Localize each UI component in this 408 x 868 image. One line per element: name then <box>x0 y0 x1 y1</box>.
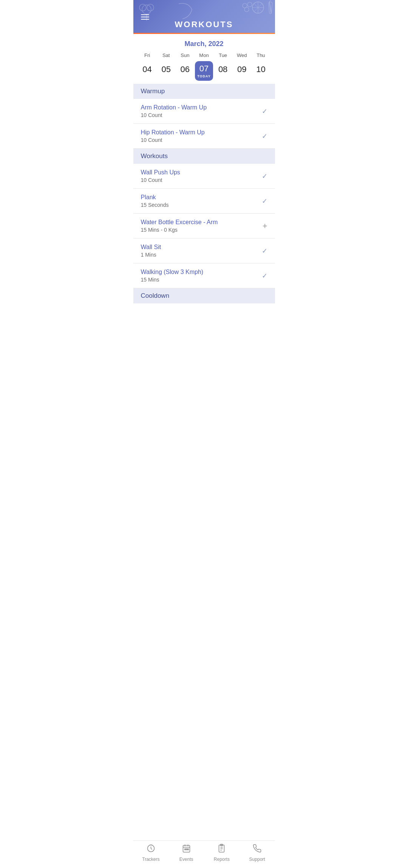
calendar-day-tue[interactable]: Tue 08 <box>213 52 232 78</box>
menu-button[interactable] <box>141 13 149 21</box>
nav-events-label: Events <box>179 857 193 862</box>
exercise-arm-rotation[interactable]: Arm Rotation - Warm Up 10 Count ✓ <box>133 99 275 124</box>
nav-support-label: Support <box>249 857 265 862</box>
nav-events[interactable]: Events <box>168 844 204 862</box>
section-header-workouts: Workouts <box>133 149 275 164</box>
app-header: WORKOUTS <box>133 0 275 34</box>
check-icon-hip-rotation: ✓ <box>262 132 267 140</box>
exercise-wall-push-ups[interactable]: Wall Push Ups 10 Count ✓ <box>133 164 275 189</box>
check-icon-arm-rotation: ✓ <box>262 107 267 115</box>
nav-reports[interactable]: Reports <box>204 844 240 862</box>
exercise-detail-plank: 15 Seconds <box>141 202 256 208</box>
day-name-tue: Tue <box>219 52 227 58</box>
exercise-info-wall-sit: Wall Sit 1 Mins <box>141 244 256 258</box>
page-title: WORKOUTS <box>175 15 233 34</box>
exercise-detail-wall-sit: 1 Mins <box>141 252 256 258</box>
day-name-wed: Wed <box>237 52 247 58</box>
section-header-cooldown: Cooldown <box>133 288 275 303</box>
svg-point-2 <box>147 4 154 11</box>
day-name-thu: Thu <box>257 52 265 58</box>
main-content: March, 2022 Fri 04 Sat 05 Sun 06 Mon 07 … <box>133 34 275 330</box>
day-number-sun: 06 <box>177 61 193 78</box>
plus-icon-water-bottle[interactable]: + <box>263 221 267 231</box>
calendar-day-mon-today[interactable]: Mon 07 TODAY <box>195 52 213 81</box>
svg-rect-17 <box>184 849 185 850</box>
day-number-thu: 10 <box>252 61 269 78</box>
exercise-info-walking: Walking (Slow 3 Kmph) 15 Mins <box>141 269 256 283</box>
clipboard-icon <box>217 844 226 855</box>
calendar-day-fri[interactable]: Fri 04 <box>138 52 157 78</box>
exercise-info-plank: Plank 15 Seconds <box>141 194 256 208</box>
svg-rect-19 <box>187 849 189 850</box>
exercise-detail-hip-rotation: 10 Count <box>141 137 256 143</box>
check-icon-walking: ✓ <box>262 272 267 280</box>
exercise-name-hip-rotation: Hip Rotation - Warm Up <box>141 129 256 136</box>
day-number-wed: 09 <box>233 61 250 78</box>
day-name-sun: Sun <box>181 52 189 58</box>
nav-support[interactable]: Support <box>240 844 275 862</box>
bottom-navigation: Trackers Events Report <box>133 840 275 868</box>
exercise-water-bottle[interactable]: Water Bottle Excercise - Arm 15 Mins - 0… <box>133 214 275 239</box>
calendar-day-thu[interactable]: Thu 10 <box>251 52 270 78</box>
day-number-sat: 05 <box>158 61 175 78</box>
exercise-detail-water-bottle: 15 Mins - 0 Kgs <box>141 227 257 233</box>
day-number-mon-today: 07 TODAY <box>195 61 213 81</box>
calendar-section: March, 2022 Fri 04 Sat 05 Sun 06 Mon 07 … <box>133 34 275 84</box>
today-label: TODAY <box>197 74 211 78</box>
exercise-info-hip-rotation: Hip Rotation - Warm Up 10 Count <box>141 129 256 143</box>
exercise-name-wall-sit: Wall Sit <box>141 244 256 251</box>
exercise-name-wall-push-ups: Wall Push Ups <box>141 169 256 176</box>
check-icon-plank: ✓ <box>262 197 267 205</box>
exercise-detail-walking: 15 Mins <box>141 277 256 283</box>
svg-point-1 <box>139 4 146 11</box>
calendar-day-sat[interactable]: Sat 05 <box>157 52 176 78</box>
calendar-icon <box>182 844 191 855</box>
exercise-info-wall-push-ups: Wall Push Ups 10 Count <box>141 169 256 183</box>
exercise-detail-wall-push-ups: 10 Count <box>141 177 256 183</box>
clock-icon <box>146 844 155 855</box>
svg-point-10 <box>247 2 252 7</box>
day-name-fri: Fri <box>144 52 150 58</box>
exercise-hip-rotation[interactable]: Hip Rotation - Warm Up 10 Count ✓ <box>133 124 275 149</box>
nav-trackers[interactable]: Trackers <box>133 844 169 862</box>
exercise-detail-arm-rotation: 10 Count <box>141 112 256 118</box>
svg-rect-18 <box>186 849 187 850</box>
exercise-name-arm-rotation: Arm Rotation - Warm Up <box>141 104 256 111</box>
exercise-name-walking: Walking (Slow 3 Kmph) <box>141 269 256 275</box>
day-number-fri: 04 <box>139 61 156 78</box>
svg-point-11 <box>244 7 249 12</box>
day-name-sat: Sat <box>162 52 170 58</box>
exercise-info-water-bottle: Water Bottle Excercise - Arm 15 Mins - 0… <box>141 219 257 233</box>
exercise-plank[interactable]: Plank 15 Seconds ✓ <box>133 189 275 214</box>
check-icon-wall-push-ups: ✓ <box>262 172 267 180</box>
section-header-warmup: Warmup <box>133 84 275 99</box>
exercise-name-water-bottle: Water Bottle Excercise - Arm <box>141 219 257 226</box>
exercise-name-plank: Plank <box>141 194 256 201</box>
calendar-day-wed[interactable]: Wed 09 <box>232 52 251 78</box>
nav-trackers-label: Trackers <box>142 857 159 862</box>
day-name-mon: Mon <box>199 52 209 58</box>
phone-icon <box>253 844 262 855</box>
check-icon-wall-sit: ✓ <box>262 247 267 255</box>
calendar-day-sun[interactable]: Sun 06 <box>176 52 195 78</box>
calendar-month: March, 2022 <box>138 40 270 48</box>
exercise-walking[interactable]: Walking (Slow 3 Kmph) 15 Mins ✓ <box>133 263 275 288</box>
nav-reports-label: Reports <box>214 857 230 862</box>
day-number-tue: 08 <box>215 61 231 78</box>
calendar-days-row: Fri 04 Sat 05 Sun 06 Mon 07 TODAY Tue 08 <box>138 52 270 81</box>
exercise-wall-sit[interactable]: Wall Sit 1 Mins ✓ <box>133 239 275 263</box>
exercise-info-arm-rotation: Arm Rotation - Warm Up 10 Count <box>141 104 256 118</box>
